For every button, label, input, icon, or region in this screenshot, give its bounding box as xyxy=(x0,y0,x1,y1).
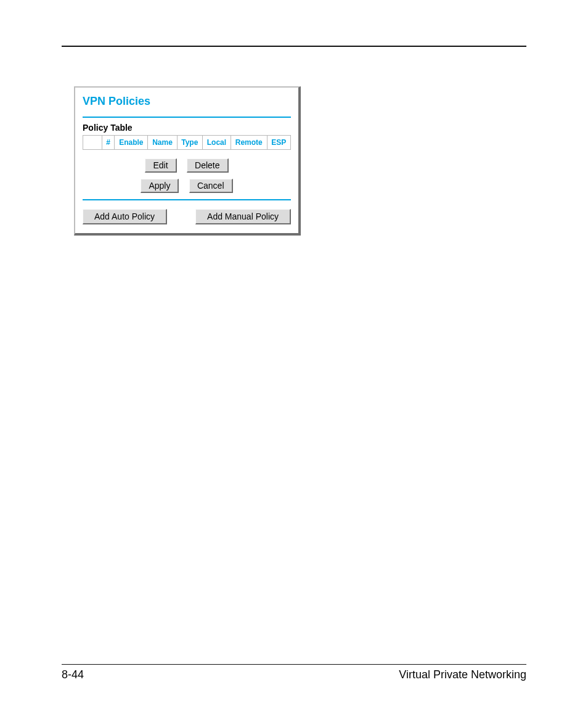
col-esp: ESP xyxy=(267,136,290,150)
page-footer: 8-44 Virtual Private Networking xyxy=(62,664,526,681)
edit-button[interactable]: Edit xyxy=(145,158,176,173)
cancel-button[interactable]: Cancel xyxy=(189,179,233,193)
col-name: Name xyxy=(148,136,177,150)
col-local: Local xyxy=(203,136,231,150)
add-manual-policy-button[interactable]: Add Manual Policy xyxy=(195,209,291,224)
table-header-row: # Enable Name Type Local Remote ESP xyxy=(83,136,291,150)
col-remote: Remote xyxy=(231,136,267,150)
divider xyxy=(83,199,291,200)
policy-table-heading: Policy Table xyxy=(83,123,291,133)
delete-button[interactable]: Delete xyxy=(187,158,228,173)
page-number: 8-44 xyxy=(62,668,84,681)
divider xyxy=(83,117,291,118)
policy-table: # Enable Name Type Local Remote ESP xyxy=(83,135,291,150)
col-num: # xyxy=(102,136,115,150)
apply-button[interactable]: Apply xyxy=(141,179,179,193)
col-enable: Enable xyxy=(115,136,148,150)
vpn-policies-panel: VPN Policies Policy Table # Enable Name … xyxy=(74,86,301,236)
add-auto-policy-button[interactable]: Add Auto Policy xyxy=(83,209,167,224)
col-select xyxy=(83,136,102,150)
panel-title: VPN Policies xyxy=(83,92,291,110)
top-rule xyxy=(62,46,526,47)
section-title: Virtual Private Networking xyxy=(399,668,526,681)
col-type: Type xyxy=(177,136,202,150)
